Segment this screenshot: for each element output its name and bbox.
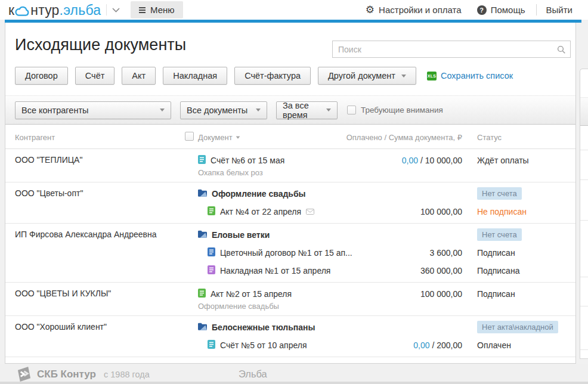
document-title: Цветочный договор №1 от 15 ап... (220, 248, 352, 258)
group-line: Оформление свадьбыНет счета (5, 185, 575, 203)
document-subtitle-line: Охапка белых роз (5, 169, 575, 179)
create-act-button[interactable]: Акт (122, 67, 156, 85)
folder-icon (198, 230, 207, 240)
counterparty-filter-dropdown[interactable]: Все контрагенты (15, 101, 171, 119)
column-status: Статус (477, 133, 502, 142)
waybill-doc-icon (208, 265, 215, 276)
menu-button-label: Меню (150, 5, 175, 15)
logo-text: .эльба (60, 2, 101, 18)
divider (106, 4, 107, 16)
search-icon[interactable] (557, 45, 566, 54)
table-body: ООО "ТЕПЛИЦА"Счёт №6 от 15 мая0,00 / 10 … (5, 149, 575, 357)
attention-filter: Требующие внимания (347, 106, 443, 114)
period-filter-dropdown[interactable]: За все время (276, 101, 338, 119)
document-link[interactable]: Акт №4 от 22 апреля (208, 203, 314, 221)
other-document-label: Другой документ (328, 71, 395, 80)
amount-value: 360 000,00 (420, 262, 462, 280)
status-text: Оплачен (477, 336, 511, 354)
top-bar: к нтур .эльба Меню ⚙ Настройки и оплата … (0, 0, 588, 20)
group-title-cell[interactable]: Еловые ветки (198, 226, 270, 244)
kontur-elba-logo[interactable]: к нтур .эльба (8, 1, 101, 19)
document-subtitle-line: Оформление свадьбы (5, 303, 575, 313)
document-type-filter-dropdown[interactable]: Все документы (180, 101, 267, 119)
create-waybill-button[interactable]: Накладная (163, 67, 227, 85)
group-line: Белоснежные тюльпаныНет акта\накладной (5, 318, 575, 336)
document-title: Акт №2 от 15 апреля (211, 289, 292, 299)
product-name: Эльба (239, 368, 267, 380)
save-list-link[interactable]: XLS Сохранить список (427, 71, 513, 80)
group-line: Еловые веткиНет счета (5, 226, 575, 244)
document-title: Еловые ветки (212, 230, 270, 240)
filter-bar: Все контрагенты Все документы За все вре… (5, 95, 575, 125)
group-title-cell[interactable]: Оформление свадьбы (198, 185, 306, 203)
xls-icon: XLS (427, 72, 437, 80)
chevron-down-icon[interactable] (112, 8, 120, 13)
gear-icon: ⚙ (366, 5, 375, 15)
envelope-icon (306, 207, 314, 216)
status-badge: Нет акта\накладной (477, 321, 558, 333)
help-label: Помощь (491, 5, 525, 15)
logo-text: к (8, 2, 14, 18)
footer: СКБ Контур с 1988 года Эльба (0, 364, 588, 382)
table-row[interactable]: ООО "Хороший клиент"Белоснежные тюльпаны… (5, 316, 575, 357)
document-line: Цветочный договор №1 от 15 ап...3 600,00… (5, 244, 575, 262)
document-link[interactable]: Счёт №6 от 15 мая (198, 151, 284, 169)
document-line: Акт №4 от 22 апреля100 000,00Не подписан (5, 203, 575, 221)
group-title-cell[interactable]: Белоснежные тюльпаны (198, 318, 315, 336)
sort-caret-icon (236, 136, 240, 138)
table-row[interactable]: ИП Фирсова Александра АндреевнаЕловые ве… (5, 224, 575, 283)
document-title: Счёт №6 от 15 мая (211, 156, 284, 165)
column-document-sort[interactable]: Документ (198, 133, 240, 142)
chevron-down-icon (326, 109, 331, 112)
amount-value: 0,00 / 10 000,00 (402, 151, 462, 169)
attention-checkbox[interactable] (347, 106, 356, 114)
settings-and-payment-link[interactable]: ⚙ Настройки и оплата (366, 5, 462, 15)
period-filter-value: За все время (283, 101, 326, 120)
table-row[interactable]: ООО "Цветы-опт"Оформление свадьбыНет сче… (5, 182, 575, 224)
paid-amount: 0,00 (413, 340, 429, 350)
column-document-label: Документ (198, 133, 233, 142)
document-line: Акт №2 от 15 апреля100 000,00Подписан (5, 285, 575, 303)
create-invoice-factura-button[interactable]: Счёт-фактура (234, 67, 311, 85)
status-text: Не подписан (477, 203, 527, 221)
chevron-down-icon (401, 75, 406, 78)
search-input[interactable] (333, 41, 570, 57)
cloud-icon (15, 6, 30, 16)
folder-icon (198, 323, 207, 332)
bottom-strip (0, 382, 588, 384)
document-line: Накладная №1 от 15 апреля360 000,00Подпи… (5, 262, 575, 280)
invoice-doc-icon (208, 340, 215, 351)
contract-doc-icon (208, 247, 215, 258)
status-badge: Нет счета (477, 228, 522, 241)
act-doc-icon (198, 289, 206, 299)
menu-button[interactable]: Меню (131, 1, 183, 18)
amount-value: 100 000,00 (420, 285, 462, 303)
act-doc-icon (208, 206, 215, 217)
help-link[interactable]: ? Помощь (477, 5, 525, 15)
document-link[interactable]: Счёт №5 от 10 апреля (208, 336, 307, 354)
hamburger-icon (139, 7, 146, 13)
create-document-buttons: Договор Счёт Акт Накладная Счёт-фактура … (15, 67, 513, 85)
document-title: Оформление свадьбы (212, 189, 306, 199)
document-link[interactable]: Накладная №1 от 15 апреля (208, 262, 330, 280)
skb-kontur-brand: СКБ Контур с 1988 года (17, 367, 150, 382)
status-text: Подписан (477, 285, 515, 303)
table-row[interactable]: ООО "ТЕПЛИЦА"Счёт №6 от 15 мая0,00 / 10 … (5, 149, 575, 182)
select-all-checkbox[interactable] (185, 132, 194, 141)
chevron-down-icon (160, 109, 165, 112)
logout-label: Выйти (546, 5, 572, 15)
create-other-document-button[interactable]: Другой документ (318, 67, 416, 85)
amount-value: 3 600,00 (430, 244, 463, 262)
table-row[interactable]: ООО "ЦВЕТЫ И КУКЛЫ"Акт №2 от 15 апреля10… (5, 283, 575, 316)
brand-name: СКБ Контур (37, 368, 96, 380)
kontur-logo-icon (17, 367, 32, 382)
document-subtitle: Охапка белых роз (198, 168, 263, 177)
create-invoice-button[interactable]: Счёт (75, 67, 115, 85)
logout-link[interactable]: Выйти (546, 5, 572, 15)
save-list-label: Сохранить список (441, 71, 513, 80)
status-text: Подписана (477, 262, 519, 280)
create-contract-button[interactable]: Договор (15, 67, 68, 85)
document-link[interactable]: Акт №2 от 15 апреля (198, 285, 292, 303)
document-link[interactable]: Цветочный договор №1 от 15 ап... (208, 244, 352, 262)
brand-since: с 1988 года (104, 370, 150, 379)
